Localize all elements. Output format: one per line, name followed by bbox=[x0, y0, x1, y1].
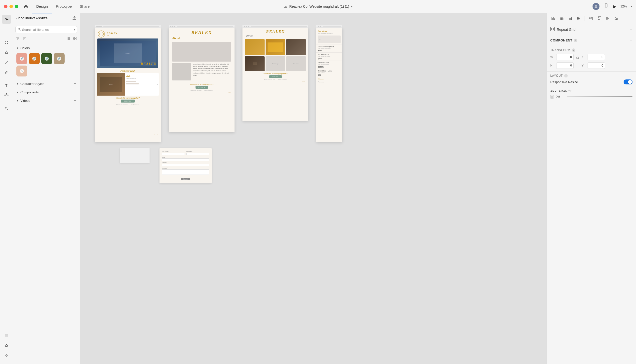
pen-tool[interactable] bbox=[2, 68, 11, 77]
svg-rect-16 bbox=[5, 354, 6, 355]
tab-design[interactable]: Design bbox=[32, 3, 52, 10]
color-swatch-peach[interactable]: 🔗 bbox=[17, 66, 27, 76]
titlebar-right: ▶ 12% ▾ bbox=[592, 3, 632, 10]
home-icon[interactable] bbox=[22, 3, 29, 10]
color-swatch-salmon[interactable]: 🔗 bbox=[17, 53, 27, 64]
svg-rect-4 bbox=[5, 31, 8, 34]
frame-2-container: ··· REALEX About bbox=[169, 25, 235, 142]
svg-rect-28 bbox=[73, 37, 75, 38]
device-preview-icon[interactable] bbox=[603, 3, 609, 10]
frame3-img5: Print image bbox=[266, 56, 285, 71]
align-left-button[interactable] bbox=[550, 15, 557, 22]
layers-icon[interactable] bbox=[2, 331, 11, 340]
responsive-resize-toggle[interactable] bbox=[623, 80, 632, 84]
component-tool[interactable] bbox=[2, 91, 11, 100]
frame-2-menu[interactable]: ··· bbox=[169, 19, 172, 24]
assets-back-button[interactable]: ‹ DOCUMENT ASSETS bbox=[17, 17, 48, 20]
assets-icon[interactable] bbox=[2, 341, 11, 350]
view-text-button[interactable] bbox=[66, 36, 71, 42]
y-input[interactable] bbox=[587, 62, 605, 69]
rectangle-tool[interactable] bbox=[2, 28, 11, 37]
color-swatch-green[interactable]: 🔗 bbox=[41, 53, 52, 64]
svg-rect-45 bbox=[591, 18, 592, 19]
view-grid-button[interactable] bbox=[72, 36, 77, 42]
character-styles-add-button[interactable]: + bbox=[74, 82, 76, 86]
x-input[interactable] bbox=[587, 54, 605, 60]
svg-point-3 bbox=[606, 6, 606, 7]
colors-section-title: Colors bbox=[20, 46, 30, 50]
transform-info-icon: i bbox=[572, 48, 575, 52]
triangle-tool[interactable] bbox=[2, 48, 11, 57]
colors-add-button[interactable]: + bbox=[74, 46, 76, 50]
opacity-checkbox[interactable] bbox=[550, 95, 554, 98]
title-dropdown-icon[interactable]: ▾ bbox=[351, 5, 353, 8]
fullscreen-button[interactable] bbox=[15, 5, 19, 8]
components-section-header[interactable]: ▼ Components + bbox=[13, 88, 80, 96]
frame-3-menu[interactable]: ··· bbox=[243, 19, 246, 24]
h-input[interactable] bbox=[556, 62, 574, 69]
align-right-button[interactable] bbox=[567, 15, 574, 22]
avatar bbox=[592, 3, 599, 10]
search-input[interactable] bbox=[22, 28, 72, 32]
assets-header: ‹ DOCUMENT ASSETS bbox=[13, 13, 80, 24]
videos-add-button[interactable]: + bbox=[74, 98, 76, 103]
frame-4-menu[interactable]: ··· bbox=[316, 19, 320, 24]
search-tool[interactable] bbox=[2, 104, 11, 113]
lock-icon[interactable] bbox=[576, 55, 580, 59]
play-preview-button[interactable]: ▶ bbox=[613, 4, 616, 9]
select-tool[interactable] bbox=[2, 15, 11, 24]
zoom-dropdown-icon[interactable]: ▾ bbox=[631, 5, 632, 8]
distribute-v-button[interactable] bbox=[596, 15, 603, 22]
frame3-book-btn[interactable]: Book Now bbox=[269, 75, 282, 78]
text-tool[interactable]: T bbox=[2, 81, 11, 90]
form-submit-btn[interactable]: Submit bbox=[181, 178, 191, 180]
svg-rect-52 bbox=[606, 17, 607, 19]
w-input[interactable] bbox=[556, 54, 574, 60]
svg-rect-15 bbox=[5, 334, 8, 335]
canvas-frames-row1: ··· REALEX Co. bbox=[95, 25, 342, 142]
tab-prototype[interactable]: Prototype bbox=[52, 3, 76, 10]
align-top-button[interactable] bbox=[604, 15, 611, 22]
color-link-icon: 🔗 bbox=[20, 56, 24, 60]
frame3-img6: Print image bbox=[286, 56, 306, 71]
close-button[interactable] bbox=[4, 5, 8, 8]
assets-export-button[interactable] bbox=[72, 16, 76, 21]
svg-rect-17 bbox=[7, 354, 8, 355]
canvas-area[interactable]: ··· REALEX Co. bbox=[80, 13, 546, 364]
transform-header: TRANSFORM i bbox=[550, 48, 632, 52]
minimize-button[interactable] bbox=[10, 5, 13, 8]
svg-rect-14 bbox=[5, 335, 8, 336]
frame-1-menu[interactable]: ··· bbox=[95, 19, 99, 24]
color-swatch-orange[interactable]: 🔗 bbox=[29, 53, 40, 64]
frame2-book-btn[interactable]: BOOK NOW bbox=[196, 86, 208, 89]
layout-title: LAYOUT bbox=[550, 74, 563, 78]
zoom-level[interactable]: 12% bbox=[620, 4, 627, 8]
opacity-slider[interactable] bbox=[567, 96, 632, 97]
frame3-img4 bbox=[245, 56, 265, 71]
tab-share[interactable]: Share bbox=[76, 3, 94, 10]
color-swatch-tan[interactable]: 🔗 bbox=[54, 53, 65, 64]
align-center-v-button[interactable] bbox=[575, 15, 582, 22]
frame3-deco: ⌒ bbox=[243, 80, 308, 86]
component-add-button[interactable]: + bbox=[629, 38, 632, 43]
search-dropdown-icon[interactable]: ▾ bbox=[74, 28, 75, 31]
line-tool[interactable] bbox=[2, 58, 11, 67]
sort-button[interactable] bbox=[22, 36, 27, 42]
assets-panel-title: DOCUMENT ASSETS bbox=[19, 17, 48, 20]
repeat-grid-add-button[interactable]: + bbox=[629, 26, 632, 32]
character-styles-section-header[interactable]: ▼ Character Styles + bbox=[13, 80, 80, 88]
frame1-book-btn[interactable]: BOOK NOW bbox=[121, 100, 135, 102]
plugins-icon[interactable] bbox=[2, 351, 11, 360]
align-center-h-button[interactable] bbox=[558, 15, 565, 22]
distribute-h-button[interactable] bbox=[587, 15, 594, 22]
ellipse-tool[interactable] bbox=[2, 38, 11, 47]
svg-rect-58 bbox=[550, 27, 552, 28]
frame2-deco: ⌒ bbox=[169, 91, 235, 98]
videos-section-header[interactable]: ▼ Videos + bbox=[13, 96, 80, 105]
search-icon bbox=[18, 27, 21, 32]
components-add-button[interactable]: + bbox=[74, 90, 76, 94]
filter-button[interactable] bbox=[16, 36, 20, 42]
colors-section-header[interactable]: ▼ Colors + bbox=[13, 44, 80, 52]
color-link-icon: 🔗 bbox=[32, 56, 36, 60]
align-bottom-button[interactable] bbox=[613, 15, 619, 22]
